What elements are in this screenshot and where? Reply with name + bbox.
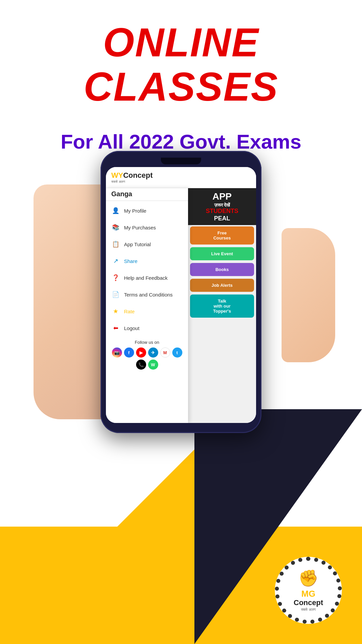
drawer-username: Ganga [106, 188, 188, 201]
banner-app-text: APP [191, 191, 253, 202]
logout-icon: ⬅ [111, 324, 120, 332]
follow-label: Follow us on [111, 340, 183, 345]
menu-label-my-profile: My Profile [124, 208, 146, 214]
main-title: ONLINE CLASSES [0, 20, 362, 109]
telegram-icon[interactable]: ✈ [148, 347, 158, 358]
menu-label-rate: Rate [124, 309, 135, 314]
app-banner: APP ज़रूर देखें STUDENTS PEAL [188, 188, 256, 225]
badge-tagline: सबसे अलग [301, 607, 315, 612]
phone-icon[interactable]: 📞 [136, 360, 146, 370]
banner-zaroor: ज़रूर देखें [191, 202, 253, 208]
youtube-icon[interactable]: ▶ [136, 347, 146, 358]
social-icons: 📷 f ▶ ✈ M t 📞 W [111, 347, 183, 370]
phone-wrapper: WYConcept सबसे अलग Ganga 👤 My Profile [101, 151, 261, 433]
menu-item-share[interactable]: ↗ Share [106, 253, 188, 269]
facebook-icon[interactable]: f [124, 347, 134, 358]
badge-name: MGConcept [294, 589, 323, 607]
banner-appeal: PEAL [191, 215, 253, 222]
menu-item-my-profile[interactable]: 👤 My Profile [106, 202, 188, 219]
free-courses-btn[interactable]: FreeCourses [190, 226, 254, 245]
banner-students: STUDENTS [191, 208, 253, 215]
menu-item-app-tutorial[interactable]: 📋 App Tutorial [106, 236, 188, 253]
menu-item-terms-conditions[interactable]: 📄 Terms and Conditions [106, 286, 188, 303]
menu-label-share: Share [124, 258, 137, 264]
terms-icon: 📄 [111, 290, 120, 299]
app-header: WYConcept सबसे अलग [106, 167, 256, 188]
menu-item-help-feedback[interactable]: ❓ Help and Feedback [106, 269, 188, 286]
phone-screen: WYConcept सबसे अलग Ganga 👤 My Profile [106, 167, 256, 423]
twitter-icon[interactable]: t [172, 347, 182, 358]
help-icon: ❓ [111, 273, 120, 282]
badge-icon: ✊ [298, 569, 318, 588]
drawer-overlay: Ganga 👤 My Profile 📚 My Purchases 📋 App … [106, 188, 256, 423]
drawer: Ganga 👤 My Profile 📚 My Purchases 📋 App … [106, 188, 188, 423]
gmail-icon[interactable]: M [160, 347, 170, 358]
logo-text: WYConcept [111, 171, 153, 180]
share-icon: ↗ [111, 257, 120, 265]
toppers-btn[interactable]: Talkwith ourTopper's [190, 294, 254, 318]
whatsapp-icon[interactable]: W [148, 360, 158, 370]
menu-item-my-purchases[interactable]: 📚 My Purchases [106, 219, 188, 236]
hand-right [282, 228, 335, 362]
screen-right: APP ज़रूर देखें STUDENTS PEAL FreeCourse… [188, 188, 256, 423]
purchases-icon: 📚 [111, 223, 120, 232]
app-logo: WYConcept सबसे अलग [111, 171, 153, 184]
live-event-btn[interactable]: Live Event [190, 247, 254, 260]
menu-label-my-purchases: My Purchases [124, 225, 156, 230]
menu-label-help-feedback: Help and Feedback [124, 275, 168, 281]
profile-icon: 👤 [111, 206, 120, 215]
menu-label-logout: Logout [124, 325, 139, 331]
follow-section: Follow us on 📷 f ▶ ✈ M t 📞 W [106, 336, 188, 372]
logo-subtext: सबसे अलग [111, 180, 125, 184]
star-icon: ★ [111, 307, 120, 316]
badge-outer: ✊ MGConcept सबसे अलग [275, 557, 342, 624]
menu-label-app-tutorial: App Tutorial [124, 241, 151, 247]
tutorial-icon: 📋 [111, 240, 120, 249]
menu-item-logout[interactable]: ⬅ Logout [106, 320, 188, 336]
menu-label-terms-conditions: Terms and Conditions [124, 292, 173, 298]
menu-item-rate[interactable]: ★ Rate [106, 303, 188, 320]
books-btn[interactable]: Books [190, 263, 254, 276]
job-alerts-btn[interactable]: Job Alerts [190, 279, 254, 292]
phone-notch [161, 158, 201, 164]
header: ONLINE CLASSES For All 2022 Govt. Exams [0, 0, 362, 155]
mg-concept-badge: ✊ MGConcept सबसे अलग [275, 557, 342, 624]
instagram-icon[interactable]: 📷 [112, 347, 122, 358]
phone-outer: WYConcept सबसे अलग Ganga 👤 My Profile [101, 151, 261, 433]
